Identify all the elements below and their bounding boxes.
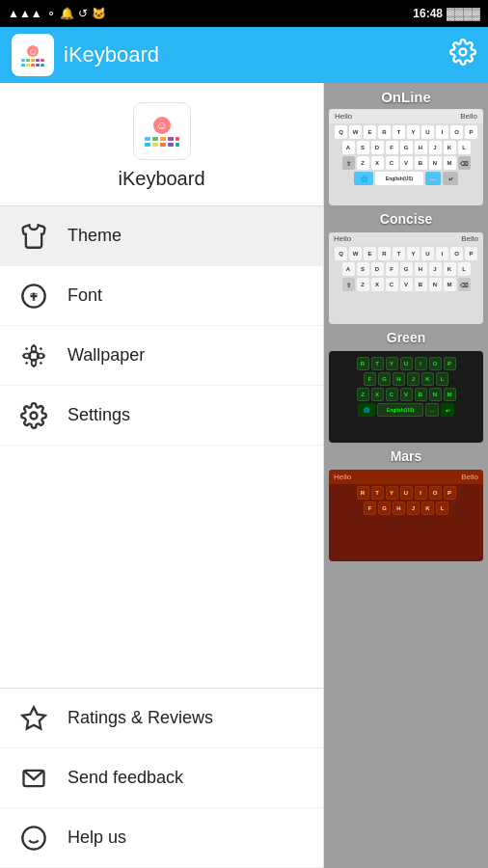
svg-rect-2: [21, 59, 25, 62]
sidebar-brand-name: iKeyboard: [118, 168, 204, 190]
settings-icon[interactable]: [449, 39, 476, 72]
status-left: ▲▲▲ ⚬ 🔔 ↺ 🐱: [8, 7, 106, 20]
cat-icon: 🐱: [92, 7, 106, 20]
app-header: ☺ iKeyboard: [0, 27, 488, 83]
keyboard-concise: Hello Bello Q W E R T Y U I O P: [329, 232, 483, 324]
status-right: 16:48 ▓▓▓▓: [413, 7, 480, 20]
feedback-icon: [17, 762, 50, 795]
svg-rect-5: [36, 59, 40, 62]
menu-label-feedback: Send feedback: [68, 768, 183, 788]
svg-rect-16: [152, 137, 158, 141]
menu-label-wallpaper: Wallpaper: [68, 345, 145, 366]
theme-preview-area: OnLine Hello Bello Q W E R T Y: [324, 83, 488, 868]
preview-online: OnLine Hello Bello Q W E R T Y: [327, 89, 485, 205]
menu-item-feedback[interactable]: Send feedback: [0, 748, 323, 808]
svg-marker-33: [22, 707, 44, 728]
sidebar-brand: ☺ iKeyboard: [0, 83, 323, 206]
svg-rect-24: [176, 143, 179, 147]
svg-rect-19: [176, 137, 179, 141]
battery-icon: ▓▓▓▓: [447, 7, 480, 20]
menu-label-ratings: Ratings & Reviews: [68, 708, 213, 728]
keyboard-green: R T Y U I O P F G H J K L: [329, 351, 483, 443]
svg-rect-23: [168, 143, 174, 147]
menu-label-theme: Theme: [68, 226, 122, 246]
green-label: Green: [387, 330, 425, 345]
svg-point-32: [31, 412, 38, 419]
svg-point-12: [460, 48, 467, 55]
svg-rect-8: [26, 64, 30, 67]
mars-label: Mars: [391, 448, 422, 464]
bottom-menu: Ratings & Reviews Send feedback: [0, 688, 323, 868]
svg-rect-6: [41, 59, 44, 62]
svg-rect-17: [160, 137, 166, 141]
sidebar-spacer: [0, 446, 323, 688]
svg-rect-3: [26, 59, 30, 62]
status-bar: ▲▲▲ ⚬ 🔔 ↺ 🐱 16:48 ▓▓▓▓: [0, 0, 488, 27]
menu-label-help: Help us: [68, 827, 126, 848]
svg-rect-20: [145, 143, 150, 147]
menu-item-help[interactable]: Help us: [0, 808, 323, 868]
header-left: ☺ iKeyboard: [12, 34, 159, 76]
svg-text:☺: ☺: [28, 46, 38, 57]
app-logo: ☺: [12, 34, 54, 76]
sidebar: ☺ iKeyboard: [0, 83, 324, 868]
svg-rect-10: [36, 64, 40, 67]
main-container: ☺ iKeyboard: [0, 83, 488, 868]
smiley-icon: [17, 822, 50, 854]
svg-rect-18: [168, 137, 174, 141]
svg-rect-9: [31, 64, 35, 67]
wifi-icon: ⚬: [46, 7, 56, 20]
menu-label-font: Font: [68, 285, 102, 306]
star-icon: [17, 702, 50, 735]
time-display: 16:48: [413, 7, 443, 20]
svg-text:T: T: [30, 290, 37, 303]
svg-rect-4: [31, 59, 35, 62]
wallpaper-icon: [17, 339, 50, 372]
concise-label: Concise: [380, 211, 432, 227]
keyboard-online: Hello Bello Q W E R T Y U I: [329, 109, 483, 205]
svg-rect-15: [145, 137, 150, 141]
keyboard-mars: Hello Bello R T Y U I O P F G: [329, 470, 483, 561]
svg-rect-7: [21, 64, 25, 67]
menu-item-ratings[interactable]: Ratings & Reviews: [0, 689, 323, 748]
online-label: OnLine: [381, 89, 431, 105]
svg-point-35: [22, 827, 44, 849]
settings-menu-icon: [17, 399, 50, 432]
menu-item-wallpaper[interactable]: Wallpaper: [0, 326, 323, 386]
svg-rect-11: [41, 64, 44, 67]
right-panel: OnLine Hello Bello Q W E R T Y: [324, 83, 488, 868]
svg-text:☺: ☺: [155, 119, 167, 132]
menu-label-settings: Settings: [68, 405, 130, 425]
menu-item-settings[interactable]: Settings: [0, 386, 323, 446]
signal-icon: ▲▲▲: [8, 7, 42, 20]
sidebar-brand-icon: ☺: [133, 102, 191, 160]
font-icon: T: [17, 280, 50, 312]
app-title: iKeyboard: [64, 42, 159, 68]
svg-rect-21: [152, 143, 158, 147]
theme-icon: [17, 220, 50, 253]
svg-rect-22: [160, 143, 166, 147]
notifications-icon: 🔔: [60, 7, 74, 20]
menu-item-theme[interactable]: Theme: [0, 206, 323, 266]
sync-icon: ↺: [78, 7, 88, 20]
menu-item-font[interactable]: T Font: [0, 266, 323, 326]
